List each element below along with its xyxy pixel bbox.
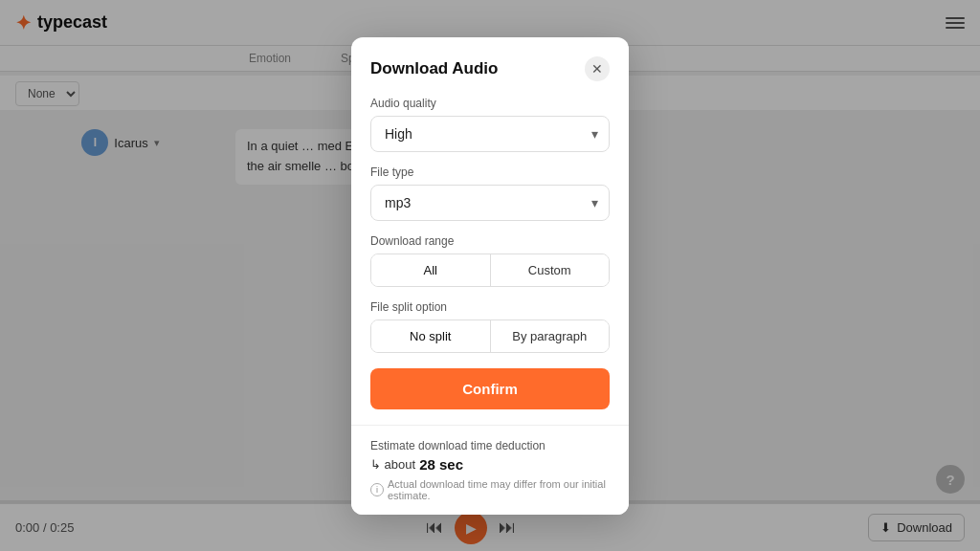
range-all-button[interactable]: All: [371, 254, 491, 286]
file-type-select-wrapper: mp3 wav flac ▾: [370, 185, 610, 221]
confirm-button[interactable]: Confirm: [370, 368, 610, 409]
close-modal-button[interactable]: ✕: [585, 56, 610, 81]
download-range-toggle: All Custom: [370, 253, 610, 287]
modal-header: Download Audio ✕: [351, 37, 629, 81]
estimate-section: Estimate download time deduction ↳ about…: [351, 425, 629, 515]
file-split-toggle: No split By paragraph: [370, 320, 610, 353]
file-split-label: File split option: [370, 300, 610, 314]
split-no-button[interactable]: No split: [371, 320, 491, 352]
estimate-note-text: Actual download time may differ from our…: [388, 478, 610, 501]
file-type-label: File type: [370, 165, 610, 179]
download-audio-modal: Download Audio ✕ Audio quality High Medi…: [351, 37, 629, 515]
download-range-label: Download range: [370, 234, 610, 248]
audio-quality-select[interactable]: High Medium Low: [370, 116, 610, 152]
info-icon: i: [370, 483, 384, 496]
audio-quality-label: Audio quality: [370, 97, 610, 110]
split-paragraph-button[interactable]: By paragraph: [491, 320, 610, 352]
estimate-title: Estimate download time deduction: [370, 439, 610, 452]
estimate-value: ↳ about 28 sec: [370, 456, 610, 473]
range-custom-button[interactable]: Custom: [491, 254, 610, 286]
estimate-time: 28 sec: [419, 456, 463, 473]
estimate-note: i Actual download time may differ from o…: [370, 478, 610, 501]
audio-quality-select-wrapper: High Medium Low ▾: [370, 116, 610, 152]
file-type-select[interactable]: mp3 wav flac: [370, 185, 610, 221]
estimate-prefix: ↳ about: [370, 457, 415, 472]
modal-title: Download Audio: [370, 59, 498, 78]
modal-body: Audio quality High Medium Low ▾ File typ…: [351, 81, 629, 425]
modal-overlay[interactable]: Download Audio ✕ Audio quality High Medi…: [0, 0, 980, 551]
